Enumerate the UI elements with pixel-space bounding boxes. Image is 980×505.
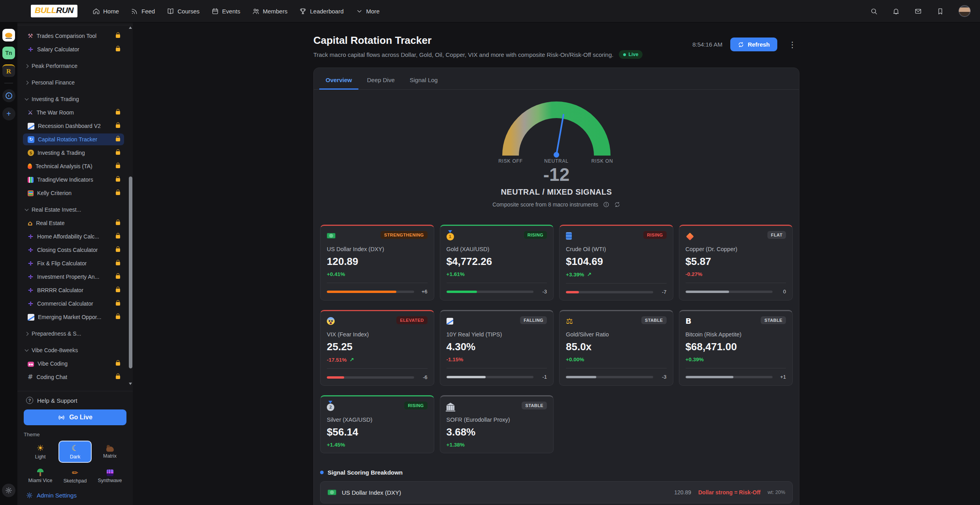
nav-item-label: Courses <box>177 8 200 15</box>
risk-gauge: RISK OFF NEUTRAL RISK ON <box>499 98 614 165</box>
lock-icon <box>116 375 120 379</box>
sidebar-item-home-affordability-calc[interactable]: ÷Home Affordability Calc... <box>23 231 124 242</box>
theme-option-matrix[interactable]: Matrix <box>93 441 126 463</box>
signal-score: +1 <box>777 374 786 380</box>
nav-item-home[interactable]: Home <box>88 4 124 18</box>
sidebar-section-real-estate-invest[interactable]: Real Estate Invest... <box>23 204 124 216</box>
crossed-swords-icon: ⚔ <box>28 110 33 116</box>
instrument-card-silver-xag-usd[interactable]: 2RISINGSilver (XAG/USD)$56.14+1.45% <box>320 395 434 453</box>
nav-item-feed[interactable]: Feed <box>126 4 160 18</box>
sidebar-item-fix-flip-calculator[interactable]: ÷Fix & Flip Calculator <box>23 257 124 269</box>
refresh-small-icon[interactable] <box>614 201 620 208</box>
sidebar-item-tradingview-indicators[interactable]: TradingView Indicators <box>23 174 124 186</box>
mail-icon[interactable] <box>914 8 922 15</box>
sidebar-section-peak-performance[interactable]: Peak Performance <box>23 60 124 72</box>
sidebar-item-salary-calculator[interactable]: ÷Salary Calculator <box>23 43 124 55</box>
sidebar-item-vibe-coding[interactable]: Vibe Coding <box>23 358 124 370</box>
sidebar-item-kelly-criterion[interactable]: Kelly Criterion <box>23 187 124 199</box>
nav-item-courses[interactable]: Courses <box>162 4 204 18</box>
instrument-card-sofr-eurodollar-proxy[interactable]: STABLESOFR (Eurodollar Proxy)3.68%+1.38% <box>440 395 554 453</box>
theme-option-label: Sketchpad <box>63 478 87 484</box>
tn-workspace-icon[interactable]: Tn <box>2 47 15 59</box>
main-area: Capital Rotation Tracker Track macro cap… <box>133 23 980 505</box>
sidebar-item-technical-analysis-ta[interactable]: Technical Analysis (TA) <box>23 160 124 172</box>
sidebar-section-investing-trading[interactable]: Investing & Trading <box>23 93 124 105</box>
sidebar-item-closing-costs-calculator[interactable]: ÷Closing Costs Calculator <box>23 244 124 256</box>
theme-option-light[interactable]: ☀Light <box>24 441 57 463</box>
lock-icon <box>116 34 120 38</box>
instrument-value: $68,471.00 <box>686 341 786 353</box>
bookmark-icon[interactable] <box>937 8 944 15</box>
sidebar-section-personal-finance[interactable]: Personal Finance <box>23 77 124 88</box>
instrument-card-vix-fear-index[interactable]: ELEVATEDVIX (Fear Index)25.25-17.51%↗-6 <box>320 310 434 386</box>
moon-icon: ☾ <box>72 444 79 452</box>
add-workspace-icon[interactable]: + <box>2 107 15 120</box>
instrument-card-copper-dr-copper[interactable]: FLATCopper (Dr. Copper)$5.87-0.27%0 <box>679 225 793 300</box>
sidebar-section-preparedness-s[interactable]: Preparedness & S... <box>23 328 124 340</box>
search-icon[interactable] <box>870 8 878 15</box>
sidebar-item-real-estate[interactable]: ⌂Real Estate <box>23 217 124 229</box>
nav-item-leaderboard[interactable]: Leaderboard <box>294 4 348 18</box>
bullrun-workspace-icon[interactable] <box>2 29 15 41</box>
theme-option-sketchpad[interactable]: ✏Sketchpad <box>58 465 92 487</box>
status-badge: RISING <box>404 402 427 409</box>
sidebar-item-brrrr-calculator[interactable]: ÷BRRRR Calculator <box>23 284 124 296</box>
breakdown-row-us-dollar-index-dxy[interactable]: US Dollar Index (DXY)120.89Dollar strong… <box>320 481 793 503</box>
nav-item-members[interactable]: Members <box>247 4 292 18</box>
theme-option-label: Dark <box>70 454 80 460</box>
refresh-button[interactable]: Refresh <box>730 38 777 51</box>
avatar[interactable] <box>959 5 971 17</box>
bullrun-logo[interactable]: BULLRUN · · · · · · <box>31 5 77 17</box>
go-live-label: Go Live <box>69 414 92 421</box>
theme-option-miami-vice[interactable]: Miami Vice <box>24 465 57 487</box>
sidebar-item-the-war-room[interactable]: ⚔The War Room <box>23 107 124 118</box>
sidebar-item-commercial-calculator[interactable]: ÷Commercial Calculator <box>23 298 124 310</box>
scrollbar-down-icon[interactable] <box>129 383 132 385</box>
sidebar-item-label: Kelly Criterion <box>37 190 72 196</box>
r-workspace-icon[interactable]: R <box>2 64 15 77</box>
sidebar-section-vibe-code-8weeks[interactable]: Vibe Code-8weeks <box>23 344 124 356</box>
sidebar-item-capital-rotation-tracker[interactable]: ↻Capital Rotation Tracker <box>23 133 124 145</box>
nav-item-events[interactable]: Events <box>207 4 245 18</box>
admin-settings-link[interactable]: Admin Settings <box>24 492 126 499</box>
nav-item-label: Home <box>103 8 119 15</box>
info-icon[interactable] <box>603 201 609 208</box>
sidebar-item-emerging-market-oppor[interactable]: Emerging Market Oppor... <box>23 311 124 323</box>
kebab-menu-icon[interactable]: ⋮ <box>785 38 799 51</box>
sidebar-item-coding-chat[interactable]: #Coding Chat <box>23 371 124 383</box>
card-divider <box>447 283 547 283</box>
instrument-card-crude-oil-wti[interactable]: RISINGCrude Oil (WTI)$104.69+3.39%↗-7 <box>559 225 673 300</box>
instrument-card-10y-real-yield-tips[interactable]: FALLING10Y Real Yield (TIPS)4.30%-1.15%-… <box>440 310 554 386</box>
instrument-card-bitcoin-risk-appetite[interactable]: BSTABLEBitcoin (Risk Appetite)$68,471.00… <box>679 310 793 386</box>
help-support-link[interactable]: ? Help & Support <box>24 397 126 404</box>
tab-deep-dive[interactable]: Deep Dive <box>361 72 401 89</box>
instrument-card-gold-xau-usd[interactable]: 1RISINGGold (XAU/USD)$4,772.26+1.61%-3 <box>440 225 554 300</box>
settings-gear-icon[interactable] <box>2 484 15 497</box>
theme-option-synthwave[interactable]: Synthwave <box>93 465 126 487</box>
tab-signal-log[interactable]: Signal Log <box>403 72 444 89</box>
sidebar-footer: ? Help & Support Go Live Theme ☀Light☾Da… <box>17 391 133 505</box>
theme-option-dark[interactable]: ☾Dark <box>58 441 92 463</box>
tab-overview[interactable]: Overview <box>319 72 358 90</box>
nav-item-more[interactable]: More <box>351 4 384 18</box>
sidebar-item-investment-property-an[interactable]: ÷Investment Property An... <box>23 271 124 283</box>
sidebar-scrollbar[interactable] <box>129 176 132 368</box>
go-live-button[interactable]: Go Live <box>24 409 126 425</box>
tracker-panel: OverviewDeep DiveSignal Log <box>313 68 799 505</box>
instrument-card-gold-silver-ratio[interactable]: ⚖STABLEGold/Silver Ratio85.0x+0.00%-3 <box>559 310 673 386</box>
scrollbar-up-icon[interactable] <box>129 26 132 29</box>
instrument-value: $5.87 <box>686 255 786 268</box>
bell-icon[interactable] <box>892 8 900 15</box>
chart-increasing-icon <box>28 123 34 130</box>
sidebar-item-investing-trading[interactable]: $Investing & Trading <box>23 147 124 159</box>
instrument-card-us-dollar-index-dxy[interactable]: STRENGTHENINGUS Dollar Index (DXY)120.89… <box>320 225 434 300</box>
sidebar-item-recession-dashboard-v2[interactable]: Recession Dashboard V2 <box>23 120 124 132</box>
nav-item-label: Members <box>263 8 288 15</box>
trend-arrow-icon: ↗ <box>587 271 592 278</box>
card-divider <box>327 368 428 369</box>
nav-item-label: Leaderboard <box>310 8 343 15</box>
lock-icon <box>116 191 120 195</box>
sidebar-item-label: Vibe Coding <box>38 360 68 367</box>
sidebar-item-trades-comparison-tool[interactable]: ⚒Trades Comparison Tool <box>23 30 124 42</box>
explore-compass-icon[interactable] <box>2 89 15 102</box>
